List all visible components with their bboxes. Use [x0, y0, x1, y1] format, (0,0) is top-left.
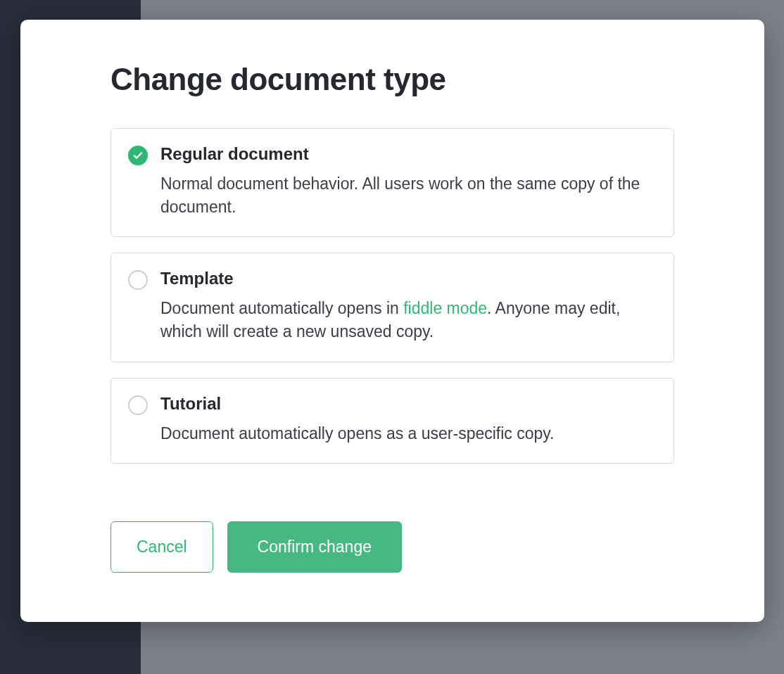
- option-title: Template: [160, 269, 657, 288]
- option-body: Tutorial Document automatically opens as…: [160, 394, 657, 445]
- confirm-button[interactable]: Confirm change: [227, 521, 402, 573]
- fiddle-mode-link[interactable]: fiddle mode: [403, 299, 487, 317]
- option-regular-document[interactable]: Regular document Normal document behavio…: [110, 128, 674, 237]
- option-description: Normal document behavior. All users work…: [160, 172, 657, 218]
- modal-title: Change document type: [110, 62, 674, 97]
- radio-selected-icon[interactable]: [128, 146, 148, 165]
- radio-unselected-icon[interactable]: [128, 270, 148, 290]
- check-icon: [132, 150, 144, 161]
- option-body: Regular document Normal document behavio…: [160, 144, 657, 218]
- change-document-type-modal: Change document type Regular document No…: [20, 20, 764, 622]
- radio-unselected-icon[interactable]: [128, 395, 148, 415]
- option-title: Regular document: [160, 144, 657, 164]
- option-title: Tutorial: [160, 394, 657, 414]
- option-tutorial[interactable]: Tutorial Document automatically opens as…: [110, 378, 674, 464]
- option-description: Document automatically opens in fiddle m…: [160, 297, 657, 343]
- option-template[interactable]: Template Document automatically opens in…: [110, 253, 674, 362]
- option-description: Document automatically opens as a user-s…: [160, 422, 657, 445]
- cancel-button[interactable]: Cancel: [110, 521, 213, 573]
- option-body: Template Document automatically opens in…: [160, 269, 657, 343]
- modal-actions: Cancel Confirm change: [110, 521, 674, 573]
